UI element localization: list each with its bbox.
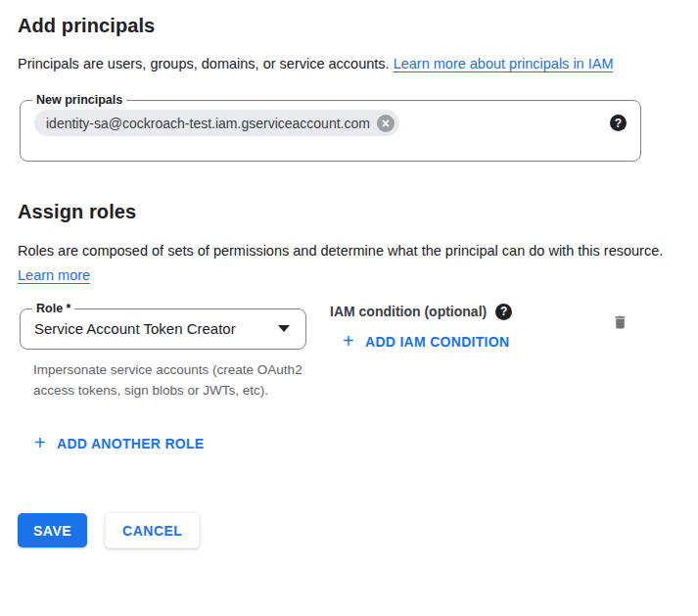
cancel-button[interactable]: CANCEL — [105, 512, 200, 548]
iam-condition-label: IAM condition (optional) — [330, 304, 487, 320]
learn-more-roles-link[interactable]: Learn more — [18, 267, 90, 283]
save-button[interactable]: SAVE — [18, 513, 87, 547]
plus-icon: + — [34, 435, 46, 450]
trash-icon — [612, 312, 628, 332]
role-row: Role * Service Account Token Creator Imp… — [20, 302, 680, 401]
iam-condition-label-row: IAM condition (optional) ? — [330, 304, 512, 320]
principals-description-text: Principals are users, groups, domains, o… — [18, 56, 394, 71]
add-iam-condition-button[interactable]: + ADD IAM CONDITION — [343, 334, 509, 350]
delete-role-button[interactable] — [612, 312, 628, 332]
role-value-row: Service Account Token Creator — [32, 317, 294, 337]
iam-condition-column: IAM condition (optional) ? + ADD IAM CON… — [330, 302, 512, 353]
iam-condition-help-icon[interactable]: ? — [495, 304, 512, 320]
plus-icon: + — [343, 333, 354, 349]
learn-more-principals-link[interactable]: Learn more about principals in IAM — [394, 56, 614, 71]
principal-chip-label: identity-sa@cockroach-test.iam.gservicea… — [46, 116, 370, 131]
new-principals-help-icon[interactable]: ? — [610, 115, 627, 131]
new-principals-field[interactable]: New principals identity-sa@cockroach-tes… — [20, 93, 641, 162]
delete-role-column — [612, 302, 628, 336]
assign-roles-title: Assign roles — [18, 200, 680, 223]
add-iam-condition-label: ADD IAM CONDITION — [365, 334, 509, 350]
role-helper-text: Impersonate service accounts (create OAu… — [33, 359, 306, 401]
chip-close-icon[interactable]: × — [377, 115, 395, 132]
new-principals-label: New principals — [32, 93, 126, 107]
role-selected-value: Service Account Token Creator — [34, 320, 236, 337]
page-title: Add principals — [18, 14, 680, 37]
roles-description: Roles are composed of sets of permission… — [18, 239, 664, 288]
principal-chip: identity-sa@cockroach-test.iam.gservicea… — [34, 110, 399, 136]
roles-description-text: Roles are composed of sets of permission… — [18, 243, 663, 259]
dialog-actions: SAVE CANCEL — [18, 512, 680, 548]
add-another-role-label: ADD ANOTHER ROLE — [57, 436, 205, 451]
role-label: Role * — [32, 302, 74, 315]
role-column: Role * Service Account Token Creator Imp… — [20, 302, 306, 401]
principals-description: Principals are users, groups, domains, o… — [18, 52, 662, 76]
add-principals-panel: Add principals Principals are users, gro… — [0, 0, 698, 548]
chevron-down-icon — [278, 325, 290, 332]
new-principals-chip-row: identity-sa@cockroach-test.iam.gservicea… — [32, 109, 628, 136]
role-select[interactable]: Role * Service Account Token Creator — [20, 302, 306, 350]
add-another-role-button[interactable]: + ADD ANOTHER ROLE — [34, 436, 205, 451]
